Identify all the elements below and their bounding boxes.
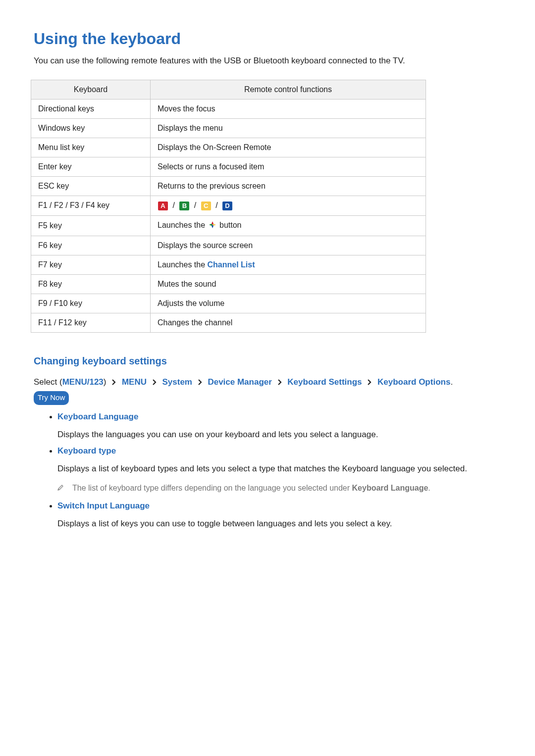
cell-func: Mutes the sound <box>151 274 426 294</box>
keyboard-mapping-table: Keyboard Remote control functions Direct… <box>31 80 426 333</box>
color-button-b-icon: B <box>179 202 189 210</box>
chevron-right-icon <box>277 379 282 385</box>
cell-func: Returns to the previous screen <box>151 176 426 196</box>
path-keyboard-settings: Keyboard Settings <box>287 377 362 387</box>
cell-key: F9 / F10 key <box>31 294 151 313</box>
cell-key: F7 key <box>31 255 151 274</box>
cell-key: F5 key <box>31 215 151 236</box>
cell-key: Enter key <box>31 157 151 176</box>
table-header-functions: Remote control functions <box>151 80 426 99</box>
table-row: ESC key Returns to the previous screen <box>31 176 426 196</box>
cell-key: ESC key <box>31 176 151 196</box>
table-row: F5 key Launches the button <box>31 215 426 236</box>
table-header-keyboard: Keyboard <box>31 80 151 99</box>
color-button-d-icon: D <box>222 202 232 210</box>
option-keyboard-language: Keyboard Language Displays the languages… <box>57 412 501 441</box>
cell-key: Windows key <box>31 118 151 138</box>
page-title: Using the keyboard <box>34 30 501 48</box>
chevron-right-icon <box>198 379 203 385</box>
table-row: F11 / F12 key Changes the channel <box>31 313 426 332</box>
pencil-icon <box>56 484 64 495</box>
path-device-manager: Device Manager <box>208 377 271 387</box>
cell-key: F1 / F2 / F3 / F4 key <box>31 196 151 215</box>
cell-func: Displays the menu <box>151 118 426 138</box>
text-prefix: Launches the <box>158 260 208 269</box>
color-button-a-icon: A <box>158 202 168 210</box>
cell-func: Launches the button <box>151 215 426 236</box>
path-period: . <box>450 377 453 387</box>
note-text-prefix: The list of keyboard type differs depend… <box>72 484 352 492</box>
cell-key: F11 / F12 key <box>31 313 151 332</box>
channel-list-link: Channel List <box>208 260 255 269</box>
separator: / <box>215 201 220 209</box>
cell-func-color-buttons: A / B / C / D <box>151 196 426 215</box>
cell-key: F6 key <box>31 236 151 255</box>
table-row: F6 key Displays the source screen <box>31 236 426 255</box>
cell-func: Moves the focus <box>151 99 426 118</box>
cell-key: F8 key <box>31 274 151 294</box>
path-prefix: Select <box>34 377 59 387</box>
path-system: System <box>162 377 192 387</box>
option-desc: Displays a list of keys you can use to t… <box>57 518 501 530</box>
color-button-c-icon: C <box>201 202 211 210</box>
intro-text: You can use the following remote feature… <box>34 55 501 67</box>
subheading-changing-settings: Changing keyboard settings <box>34 355 501 367</box>
cell-func: Displays the source screen <box>151 236 426 255</box>
path-menu123: MENU/123 <box>62 377 104 387</box>
chevron-right-icon <box>367 379 372 385</box>
cell-key: Directional keys <box>31 99 151 118</box>
option-keyboard-type: Keyboard type Displays a list of keyboar… <box>57 446 501 495</box>
cell-func: Changes the channel <box>151 313 426 332</box>
paren-close: ) <box>104 377 107 387</box>
chevron-right-icon <box>111 379 116 385</box>
text-suffix: button <box>219 221 241 229</box>
table-row: Windows key Displays the menu <box>31 118 426 138</box>
table-row: Enter key Selects or runs a focused item <box>31 157 426 176</box>
option-switch-input-language: Switch Input Language Displays a list of… <box>57 501 501 530</box>
separator: / <box>172 201 177 209</box>
table-row: F1 / F2 / F3 / F4 key A / B / C / D <box>31 196 426 215</box>
menu-path: Select (MENU/123) MENU System Device Man… <box>34 376 501 405</box>
separator: / <box>194 201 199 209</box>
cell-func: Selects or runs a focused item <box>151 157 426 176</box>
option-title: Keyboard type <box>57 446 116 455</box>
note-text-suffix: . <box>428 484 430 492</box>
table-row: F9 / F10 key Adjusts the volume <box>31 294 426 313</box>
cell-func: Launches the Channel List <box>151 255 426 274</box>
table-row: Directional keys Moves the focus <box>31 99 426 118</box>
cell-func: Adjusts the volume <box>151 294 426 313</box>
option-title: Switch Input Language <box>57 501 150 510</box>
cell-key: Menu list key <box>31 138 151 157</box>
note: The list of keyboard type differs depend… <box>56 483 501 495</box>
option-desc: Displays the languages you can use on yo… <box>57 429 501 441</box>
option-title: Keyboard Language <box>57 412 138 421</box>
table-row: F7 key Launches the Channel List <box>31 255 426 274</box>
path-keyboard-options: Keyboard Options <box>377 377 450 387</box>
table-row: F8 key Mutes the sound <box>31 274 426 294</box>
option-desc: Displays a list of keyboard types and le… <box>57 463 501 475</box>
text-prefix: Launches the <box>158 221 208 229</box>
cell-func: Displays the On-Screen Remote <box>151 138 426 157</box>
table-row: Menu list key Displays the On-Screen Rem… <box>31 138 426 157</box>
smart-hub-icon <box>209 221 216 231</box>
chevron-right-icon <box>152 379 157 385</box>
try-now-badge[interactable]: Try Now <box>34 391 69 405</box>
path-menu: MENU <box>122 377 147 387</box>
note-text-strong: Keyboard Language <box>352 484 428 492</box>
